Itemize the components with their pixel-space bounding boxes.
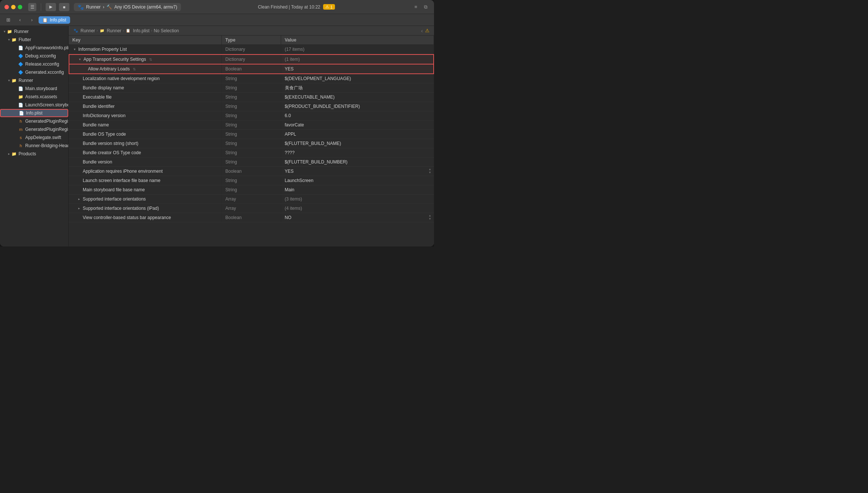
sidebar-item-assets[interactable]: ▸ 📁 Assets.xcassets — [0, 93, 68, 101]
table-row[interactable]: ▸ Bundle display name String 美食广场 — [69, 83, 434, 93]
back-button[interactable]: ‹ — [15, 16, 25, 24]
key-cell-statusbar: ▸ View controller-based status bar appea… — [69, 213, 222, 222]
value-cell-arbitrary: YES — [281, 64, 434, 73]
value-text-bundleid: $(PRODUCT_BUNDLE_IDENTIFIER) — [285, 104, 360, 109]
toggle-orientations[interactable]: ▸ — [77, 197, 81, 201]
sidebar-label-generated: Generated.xcconfig — [25, 70, 64, 75]
bc-sep-1: › — [96, 29, 98, 33]
folder-flutter-icon: 📁 — [11, 37, 17, 43]
toggle-transport[interactable]: ▾ — [78, 57, 82, 62]
sidebar-item-debug[interactable]: ▸ 🔷 Debug.xcconfig — [0, 52, 68, 60]
traffic-lights — [4, 5, 22, 9]
toggle-info[interactable]: ▾ — [72, 47, 77, 52]
source-m-icon: m — [18, 126, 24, 132]
sidebar-item-generated[interactable]: ▸ 🔷 Generated.xcconfig — [0, 68, 68, 76]
value-text-creator: ???? — [285, 150, 295, 155]
warning-badge[interactable]: ⚠ 1 — [323, 4, 335, 10]
forward-button[interactable]: › — [27, 16, 37, 24]
sidebar-label-mainstoryboard: Main.storyboard — [25, 86, 57, 91]
sidebar-item-launchscreen[interactable]: ▸ 📄 LaunchScreen.storyboard — [0, 101, 68, 109]
table-row[interactable]: ▸ Main storyboard file base name String … — [69, 185, 434, 195]
value-cell-bundlever: $(FLUTTER_BUILD_NUMBER) — [281, 158, 434, 166]
table-row[interactable]: ▾ App Transport Security Settings ⇅ Dict… — [69, 54, 434, 64]
close-button[interactable] — [4, 5, 9, 9]
sidebar-item-genplug-h[interactable]: ▸ h GeneratedPluginRegistrant.h — [0, 117, 68, 125]
xcode-window: ☰ ▶ ■ 🐾 Runner › 🔨 Any iOS Device (arm64… — [0, 0, 434, 246]
grid-icon[interactable]: ⊞ — [3, 16, 13, 24]
bc-nav-back[interactable]: ‹ — [421, 28, 423, 34]
stepper-iphone[interactable]: ▲▼ — [428, 168, 431, 175]
stepper-statusbar[interactable]: ▲▼ — [428, 214, 431, 221]
inspector-toggle-icon[interactable]: ≡ — [412, 3, 420, 11]
table-row[interactable]: ▸ Supported interface orientations Array… — [69, 195, 434, 204]
sidebar-item-release[interactable]: ▸ 🔷 Release.xcconfig — [0, 60, 68, 68]
value-cell-infodict: 6.0 — [281, 111, 434, 120]
minimize-button[interactable] — [11, 5, 16, 9]
header-h-icon: h — [18, 118, 24, 124]
sidebar-toggle-icon[interactable]: ☰ — [28, 3, 36, 11]
table-row[interactable]: ▸ Bundle OS Type code String APPL — [69, 130, 434, 139]
sidebar-item-appframeworkinfo[interactable]: ▸ 📄 AppFrameworkInfo.plist — [0, 44, 68, 52]
sidebar-item-infoplist[interactable]: ▸ 📄 Info.plist — [0, 109, 68, 117]
maximize-button[interactable] — [18, 5, 22, 9]
table-row[interactable]: ▸ Allow Arbitrary Loads ⇅ Boolean YES — [69, 64, 434, 74]
sidebar-item-mainstoryboard[interactable]: ▸ 📄 Main.storyboard — [0, 85, 68, 93]
table-row[interactable]: ▸ Application requires iPhone environmen… — [69, 167, 434, 176]
type-text-launchscreen: String — [226, 178, 237, 183]
table-row[interactable]: ▾ Information Property List Dictionary (… — [69, 45, 434, 54]
table-row[interactable]: ▸ Bundle creator OS Type code String ???… — [69, 148, 434, 158]
scheme-selector[interactable]: 🐾 Runner › 🔨 Any iOS Device (arm64, armv… — [74, 3, 181, 11]
key-text-display: Bundle display name — [83, 85, 124, 90]
sidebar-item-bridging[interactable]: ▸ h Runner-Bridging-Header.h — [0, 142, 68, 150]
bc-sep-3: › — [151, 29, 152, 33]
table-row[interactable]: ▸ Bundle name String favorCate — [69, 120, 434, 130]
sidebar: ▾ 📁 Runner ▾ 📁 Flutter ▸ 📄 AppFrameworkI… — [0, 26, 69, 246]
key-text-statusbar: View controller-based status bar appeara… — [83, 215, 171, 220]
type-cell-info: Dictionary — [222, 45, 281, 54]
type-text-orientations-ipad: Array — [226, 206, 236, 211]
table-row[interactable]: ▸ Bundle version String $(FLUTTER_BUILD_… — [69, 158, 434, 167]
type-text-ostype: String — [226, 132, 237, 137]
table-row[interactable]: ▸ View controller-based status bar appea… — [69, 213, 434, 222]
sidebar-item-flutter[interactable]: ▾ 📁 Flutter — [0, 36, 68, 44]
key-text-mainstoryboard: Main storyboard file base name — [83, 187, 145, 192]
table-row[interactable]: ▸ InfoDictionary version String 6.0 — [69, 111, 434, 120]
key-text-orientations-ipad: Supported interface orientations (iPad) — [83, 206, 159, 211]
table-row[interactable]: ▸ Localization native development region… — [69, 74, 434, 83]
table-row[interactable]: ▸ Launch screen interface file base name… — [69, 176, 434, 185]
breadcrumb-infoplist[interactable]: Info.plist — [133, 28, 149, 33]
active-tab[interactable]: 📋 Info.plist — [39, 16, 70, 24]
type-text-statusbar: Boolean — [226, 215, 242, 220]
key-text-bundleid: Bundle identifier — [83, 104, 115, 109]
sidebar-item-runner-root[interactable]: ▾ 📁 Runner — [0, 27, 68, 36]
value-text-statusbar: NO — [285, 215, 292, 220]
key-cell-transport: ▾ App Transport Security Settings ⇅ — [69, 55, 222, 64]
sidebar-item-runner-folder[interactable]: ▾ 📁 Runner — [0, 76, 68, 85]
stop-button[interactable]: ■ — [59, 3, 69, 11]
type-text-transport: Dictionary — [226, 57, 245, 62]
sidebar-label-debug: Debug.xcconfig — [25, 53, 56, 59]
plist-bc-icon: 📋 — [125, 28, 131, 33]
value-text-shortver: $(FLUTTER_BUILD_NAME) — [285, 141, 341, 146]
toggle-orientations-ipad[interactable]: ▸ — [77, 206, 81, 211]
type-cell-orientations-ipad: Array — [222, 204, 281, 213]
sidebar-item-genplug-m[interactable]: ▸ m GeneratedPluginRegistrant.m — [0, 125, 68, 133]
type-cell-ostype: String — [222, 130, 281, 139]
toggle-products: ▸ — [7, 152, 11, 156]
adjust-icon[interactable]: ⧉ — [421, 3, 430, 11]
sidebar-label-launchscreen: LaunchScreen.storyboard — [25, 102, 69, 107]
breadcrumb-runner-2[interactable]: Runner — [107, 28, 121, 33]
table-row[interactable]: ▸ Executable file String $(EXECUTABLE_NA… — [69, 93, 434, 102]
table-row[interactable]: ▸ Bundle version string (short) String $… — [69, 139, 434, 148]
breadcrumb-runner[interactable]: Runner — [80, 28, 95, 33]
value-text-info: (17 items) — [285, 47, 305, 52]
table-row[interactable]: ▸ Supported interface orientations (iPad… — [69, 204, 434, 213]
play-button[interactable]: ▶ — [46, 3, 56, 11]
folder-icon: 📁 — [7, 29, 13, 34]
key-cell-orientations: ▸ Supported interface orientations — [69, 195, 222, 204]
breadcrumb-noselection: No Selection — [154, 28, 179, 33]
sidebar-item-products[interactable]: ▸ 📁 Products — [0, 150, 68, 158]
sort-indicator-transport: ⇅ — [149, 57, 152, 62]
sidebar-item-appdelegate[interactable]: ▸ s AppDelegate.swift — [0, 133, 68, 142]
table-row[interactable]: ▸ Bundle identifier String $(PRODUCT_BUN… — [69, 102, 434, 111]
